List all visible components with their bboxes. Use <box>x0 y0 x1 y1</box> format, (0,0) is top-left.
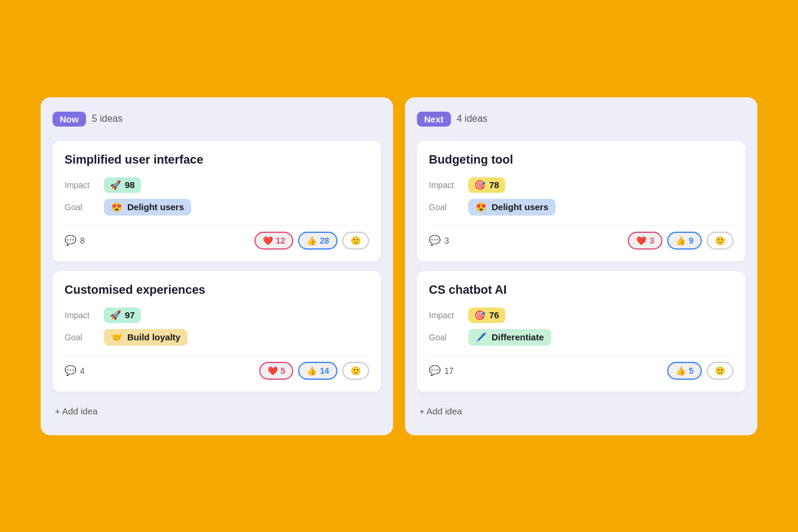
idea-card-next-0: Budgeting toolImpact🎯78Goal😍Delight user… <box>417 141 745 262</box>
comment-number: 8 <box>80 236 85 245</box>
card-footer: 💬17👍5🙂 <box>429 355 733 380</box>
impact-emoji: 🚀 <box>110 180 121 190</box>
smiley-icon: 🙂 <box>351 366 361 376</box>
heart-icon: ❤️ <box>263 236 273 245</box>
impact-label: Impact <box>429 310 459 320</box>
column-now: Now5 ideasSimplified user interfaceImpac… <box>41 97 393 435</box>
impact-label: Impact <box>65 310 94 320</box>
idea-card-next-1: CS chatbot AIImpact🎯76Goal🖊️Differentiat… <box>417 271 745 392</box>
comment-number: 4 <box>80 366 85 376</box>
goal-badge[interactable]: 😍Delight users <box>104 199 191 216</box>
idea-meta: Impact🎯76Goal🖊️Differentiate <box>429 307 733 346</box>
impact-badge[interactable]: 🎯78 <box>468 177 505 193</box>
goal-badge[interactable]: 🖊️Differentiate <box>468 329 551 346</box>
thumb-icon: 👍 <box>306 236 317 245</box>
impact-label: Impact <box>65 180 94 190</box>
thumb-reaction-button[interactable]: 👍28 <box>298 232 337 250</box>
impact-badge[interactable]: 🚀97 <box>104 307 141 323</box>
smiley-icon: 🙂 <box>351 236 361 245</box>
goal-label: Goal <box>429 202 459 212</box>
card-footer: 💬3❤️3👍9🙂 <box>429 225 733 250</box>
smiley-icon: 🙂 <box>715 236 725 245</box>
emoji-reaction-button[interactable]: 🙂 <box>707 232 733 250</box>
heart-icon: ❤️ <box>636 236 646 245</box>
idea-meta: Impact🎯78Goal😍Delight users <box>429 177 733 216</box>
comment-icon: 💬 <box>429 365 441 376</box>
reactions: 👍5🙂 <box>667 362 733 380</box>
emoji-reaction-button[interactable]: 🙂 <box>707 362 733 380</box>
goal-row: Goal🖊️Differentiate <box>429 329 733 346</box>
column-badge-next[interactable]: Next <box>417 112 451 127</box>
goal-text: Delight users <box>492 202 548 212</box>
thumb-icon: 👍 <box>676 236 686 245</box>
impact-row: Impact🚀97 <box>65 307 369 323</box>
thumb-count: 5 <box>689 366 693 376</box>
thumb-reaction-button[interactable]: 👍14 <box>298 362 337 380</box>
emoji-reaction-button[interactable]: 🙂 <box>342 232 369 250</box>
goal-badge[interactable]: 🤝Build loyalty <box>104 329 188 346</box>
thumb-count: 28 <box>320 236 329 245</box>
comment-count[interactable]: 💬3 <box>429 235 449 246</box>
impact-emoji: 🎯 <box>474 310 486 321</box>
column-ideas-count-next: 4 ideas <box>457 113 488 124</box>
add-idea-button-next[interactable]: + Add idea <box>417 401 745 421</box>
goal-badge[interactable]: 😍Delight users <box>468 199 555 216</box>
thumb-count: 14 <box>320 366 329 376</box>
impact-value: 97 <box>125 310 135 320</box>
impact-badge[interactable]: 🚀98 <box>104 177 141 193</box>
column-header-now: Now5 ideas <box>53 112 381 127</box>
impact-row: Impact🎯78 <box>429 177 733 193</box>
impact-emoji: 🎯 <box>474 180 486 190</box>
comment-icon: 💬 <box>65 235 76 246</box>
thumb-count: 9 <box>689 236 693 245</box>
add-idea-button-now[interactable]: + Add idea <box>53 401 381 421</box>
idea-meta: Impact🚀98Goal😍Delight users <box>65 177 369 216</box>
goal-emoji: 🖊️ <box>475 332 487 343</box>
column-next: Next4 ideasBudgeting toolImpact🎯78Goal😍D… <box>405 97 757 435</box>
heart-reaction-button[interactable]: ❤️12 <box>254 232 294 250</box>
reactions: ❤️5👍14🙂 <box>259 362 369 380</box>
thumb-reaction-button[interactable]: 👍9 <box>667 232 702 250</box>
idea-title: CS chatbot AI <box>429 283 733 297</box>
heart-count: 5 <box>281 366 286 376</box>
goal-row: Goal😍Delight users <box>429 199 733 216</box>
impact-row: Impact🎯76 <box>429 307 733 323</box>
thumb-icon: 👍 <box>306 366 317 376</box>
idea-title: Simplified user interface <box>65 153 369 167</box>
idea-card-now-1: Customised experiencesImpact🚀97Goal🤝Buil… <box>53 271 381 392</box>
comment-number: 17 <box>444 366 454 376</box>
kanban-board: Now5 ideasSimplified user interfaceImpac… <box>41 97 757 435</box>
heart-icon: ❤️ <box>268 366 278 376</box>
impact-value: 78 <box>489 180 499 190</box>
heart-count: 3 <box>649 236 654 245</box>
heart-count: 12 <box>276 236 286 245</box>
reactions: ❤️3👍9🙂 <box>628 232 733 250</box>
column-header-next: Next4 ideas <box>417 112 745 127</box>
comment-count[interactable]: 💬17 <box>429 365 454 376</box>
impact-label: Impact <box>429 180 459 190</box>
goal-label: Goal <box>429 333 459 342</box>
impact-value: 98 <box>125 180 135 190</box>
goal-text: Differentiate <box>492 332 544 342</box>
comment-count[interactable]: 💬4 <box>65 365 85 376</box>
thumb-icon: 👍 <box>676 366 686 376</box>
idea-title: Budgeting tool <box>429 153 733 167</box>
comment-icon: 💬 <box>65 365 76 376</box>
goal-row: Goal😍Delight users <box>65 199 369 216</box>
comment-count[interactable]: 💬8 <box>65 235 85 246</box>
smiley-icon: 🙂 <box>715 366 725 376</box>
board-wrapper: Now5 ideasSimplified user interfaceImpac… <box>41 39 757 493</box>
heart-reaction-button[interactable]: ❤️5 <box>259 362 294 380</box>
goal-label: Goal <box>65 333 94 342</box>
thumb-reaction-button[interactable]: 👍5 <box>667 362 702 380</box>
goal-emoji: 😍 <box>111 202 122 213</box>
card-footer: 💬4❤️5👍14🙂 <box>65 355 369 380</box>
heart-reaction-button[interactable]: ❤️3 <box>628 232 662 250</box>
goal-row: Goal🤝Build loyalty <box>65 329 369 346</box>
card-footer: 💬8❤️12👍28🙂 <box>65 225 369 250</box>
impact-row: Impact🚀98 <box>65 177 369 193</box>
idea-card-now-0: Simplified user interfaceImpact🚀98Goal😍D… <box>53 141 381 262</box>
impact-badge[interactable]: 🎯76 <box>468 307 505 323</box>
emoji-reaction-button[interactable]: 🙂 <box>342 362 369 380</box>
column-badge-now[interactable]: Now <box>53 112 86 127</box>
